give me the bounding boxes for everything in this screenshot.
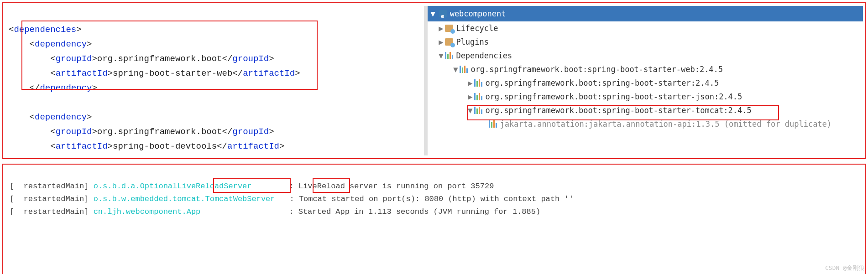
tag-dependency-close: dependency (40, 83, 92, 93)
chevron-down-icon[interactable]: ▼ (466, 103, 474, 117)
val-groupid-1: org.springframework.boot (97, 54, 222, 64)
tree-lib-starter-web[interactable]: ▼ org.springframework.boot:spring-boot-s… (428, 62, 863, 76)
console-msg: : LiveReload server is running on port 3… (289, 182, 494, 191)
tree-lib-jakarta[interactable]: ▶ jakarta.annotation:jakarta.annotation-… (428, 117, 863, 131)
val-artifactid-2: spring-boot-devtools (113, 141, 217, 151)
chevron-right-icon[interactable]: ▶ (437, 35, 445, 49)
tree-root-label: webcomponent (450, 7, 506, 21)
tree-lifecycle[interactable]: ▶ Lifecycle (428, 21, 863, 35)
console-logger-tomcat: TomcatWebServer (205, 195, 275, 203)
tag-artifactid: artifactId (56, 68, 108, 78)
tree-lib-starter-tomcat[interactable]: ▼ org.springframework.boot:spring-boot-s… (428, 103, 863, 117)
top-panel: <dependencies> <dependency> <groupId>org… (2, 2, 866, 159)
chevron-right-icon[interactable]: ▶ (437, 21, 445, 35)
console-panel: [ restartedMain] o.s.b.d.a.OptionalLiveR… (2, 164, 866, 274)
tree-root-webcomponent[interactable]: ▼ webcomponent (428, 6, 863, 21)
tree-lib-starter[interactable]: ▶ org.springframework.boot:spring-boot-s… (428, 76, 863, 90)
tag-dependencies: dependencies (14, 25, 76, 35)
chevron-down-icon[interactable]: ▼ (437, 49, 445, 62)
console-tomcat-word: Tomcat (299, 195, 331, 203)
pom-code[interactable]: <dependencies> <dependency> <groupId>org… (5, 6, 424, 155)
tree-plugins[interactable]: ▶ Plugins (428, 35, 863, 49)
val-groupid-2: org.springframework.boot (97, 127, 222, 137)
chevron-right-icon[interactable]: ▶ (466, 90, 474, 103)
maven-tree: ▼ webcomponent ▶ Lifecycle ▶ Plugins ▼ D… (424, 6, 863, 155)
maven-icon (439, 10, 447, 17)
chevron-right-icon[interactable]: ▶ (466, 76, 474, 90)
tag-dependency-open: dependency (35, 39, 87, 49)
chevron-down-icon[interactable]: ▼ (451, 62, 460, 76)
console-thread: [ restartedMain] (10, 182, 94, 191)
tree-lib-starter-json[interactable]: ▶ org.springframework.boot:spring-boot-s… (428, 90, 863, 103)
watermark: CSDN @金刚狼 (825, 264, 864, 272)
val-artifactid-1: spring-boot-starter-web (113, 68, 232, 78)
tree-dependencies[interactable]: ▼ Dependencies (428, 49, 863, 62)
chevron-down-icon[interactable]: ▼ (430, 7, 435, 21)
tag-groupid: groupId (56, 54, 92, 64)
console-logger: o.s.b.d.a.OptionalLiveReloadServer (94, 182, 252, 191)
